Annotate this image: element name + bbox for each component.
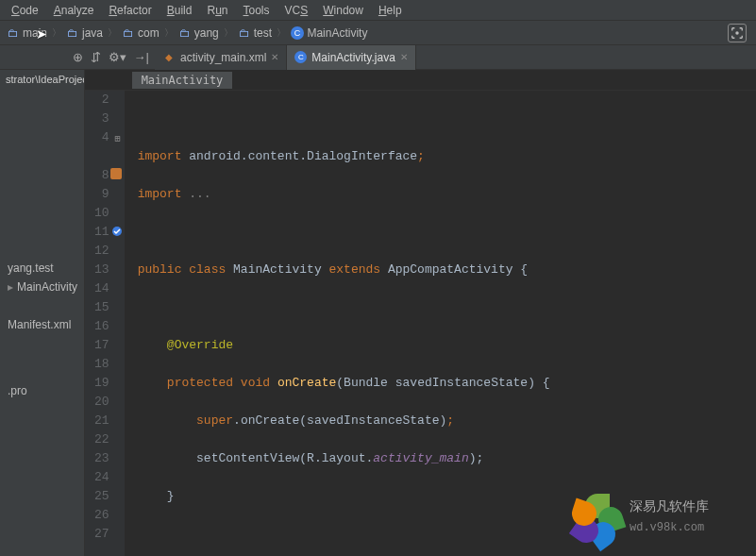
chevron-icon: 〉 bbox=[52, 26, 61, 40]
tab-mainactivity-java[interactable]: C MainActivity.java ✕ bbox=[287, 45, 415, 70]
project-toolbar: ⊕ ⇵ ⚙▾ →| bbox=[0, 50, 155, 64]
collapse-all-icon[interactable]: ⇵ bbox=[91, 50, 101, 64]
gutter[interactable]: 2 3 4⊞ 8 9 10 11 12 13 14 15 16 17 18 19… bbox=[85, 91, 125, 556]
breadcrumb-test[interactable]: 🗀test bbox=[236, 26, 274, 40]
xml-file-icon: ◆ bbox=[162, 51, 176, 64]
folder-icon: 🗀 bbox=[66, 26, 79, 40]
menu-refactor[interactable]: Refactor bbox=[101, 2, 159, 19]
navigation-bar: 🗀main〉 🗀java〉 🗀com〉 🗀yang〉 🗀test〉 C Main… bbox=[0, 21, 756, 45]
scroll-from-source-icon[interactable]: ⊕ bbox=[73, 50, 83, 64]
menu-bar: Code Analyze Refactor Build Run Tools VC… bbox=[0, 0, 756, 21]
toolbar-row: ⊕ ⇵ ⚙▾ →| ◆ activity_main.xml ✕ C MainAc… bbox=[0, 45, 756, 70]
menu-help[interactable]: Help bbox=[371, 2, 410, 19]
folder-icon: 🗀 bbox=[122, 26, 135, 40]
chevron-icon: 〉 bbox=[224, 26, 233, 40]
chevron-icon: 〉 bbox=[164, 26, 174, 40]
structure-breadcrumb: MainActivity bbox=[85, 70, 756, 91]
main-area: strator\IdeaProjects\Test yang.test ▸Mai… bbox=[0, 70, 756, 556]
menu-analyze[interactable]: Analyze bbox=[46, 2, 102, 19]
editor: MainActivity 2 3 4⊞ 8 9 10 11 12 13 14 1… bbox=[85, 70, 756, 556]
menu-vcs[interactable]: VCS bbox=[277, 2, 316, 19]
folder-icon: 🗀 bbox=[178, 26, 192, 40]
menu-window[interactable]: Window bbox=[315, 2, 371, 19]
sidebar-item-package[interactable]: yang.test bbox=[0, 259, 84, 278]
structure-crumb-item[interactable]: MainActivity bbox=[132, 72, 233, 89]
sidebar-item-manifest[interactable]: Manifest.xml bbox=[0, 315, 84, 334]
sidebar-item-mainactivity[interactable]: ▸MainActivity bbox=[0, 278, 84, 296]
tab-label: activity_main.xml bbox=[180, 51, 266, 64]
chevron-icon: 〉 bbox=[108, 26, 117, 40]
menu-build[interactable]: Build bbox=[160, 2, 200, 19]
editor-tabs: ◆ activity_main.xml ✕ C MainActivity.jav… bbox=[155, 45, 416, 70]
svg-rect-1 bbox=[110, 168, 122, 179]
breadcrumb-class[interactable]: C MainActivity bbox=[289, 26, 369, 40]
menu-code[interactable]: Code bbox=[4, 2, 46, 19]
close-icon[interactable]: ✕ bbox=[400, 52, 408, 62]
code-area[interactable]: import android.content.DialogInterface; … bbox=[125, 91, 756, 556]
run-gutter-icon[interactable] bbox=[109, 167, 123, 187]
breadcrumb-java[interactable]: 🗀java bbox=[64, 26, 105, 40]
project-path: strator\IdeaProjects\Test bbox=[0, 70, 84, 89]
class-icon: C bbox=[294, 51, 307, 63]
close-icon[interactable]: ✕ bbox=[271, 52, 278, 62]
menu-tools[interactable]: Tools bbox=[236, 2, 277, 19]
tab-label: MainActivity.java bbox=[311, 51, 395, 64]
folder-icon: 🗀 bbox=[7, 26, 20, 40]
chevron-icon: 〉 bbox=[277, 26, 286, 40]
breadcrumb-com[interactable]: 🗀com bbox=[120, 26, 161, 40]
folder-icon: 🗀 bbox=[238, 26, 251, 40]
menu-run[interactable]: Run bbox=[199, 2, 235, 19]
fold-icon[interactable]: ⊞ bbox=[115, 130, 121, 149]
sidebar-item-pro[interactable]: .pro bbox=[0, 381, 84, 400]
override-gutter-icon[interactable] bbox=[111, 225, 123, 244]
hide-icon[interactable]: →| bbox=[134, 50, 149, 64]
settings-icon[interactable]: ⚙▾ bbox=[109, 50, 126, 64]
class-icon: C bbox=[291, 26, 304, 40]
code-editor[interactable]: 2 3 4⊞ 8 9 10 11 12 13 14 15 16 17 18 19… bbox=[85, 91, 756, 556]
expand-arrow-icon: ▸ bbox=[8, 280, 13, 294]
breadcrumb-main[interactable]: 🗀main bbox=[5, 26, 49, 40]
breadcrumb-yang[interactable]: 🗀yang bbox=[176, 26, 221, 40]
project-sidebar[interactable]: strator\IdeaProjects\Test yang.test ▸Mai… bbox=[0, 70, 85, 556]
svg-point-0 bbox=[735, 31, 739, 35]
tab-activity-main-xml[interactable]: ◆ activity_main.xml ✕ bbox=[155, 45, 287, 70]
presentation-mode-icon[interactable] bbox=[728, 24, 747, 42]
